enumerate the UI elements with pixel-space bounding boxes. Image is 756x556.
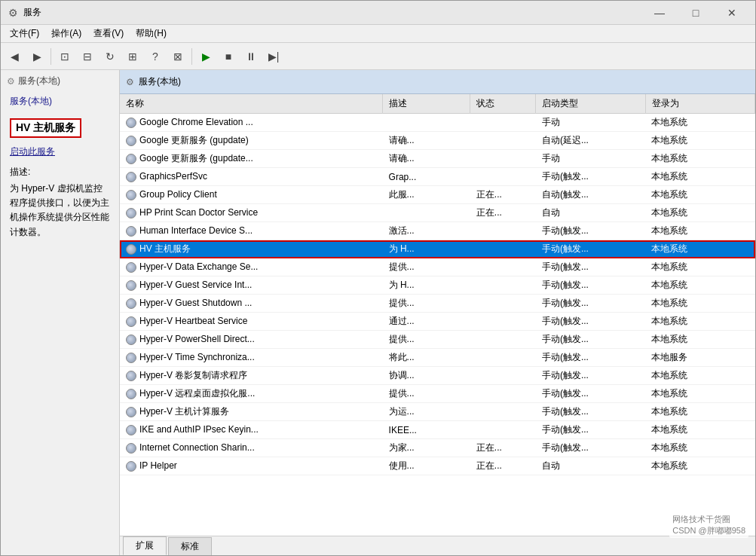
detail-panel: HV 主机服务 启动此服务 描述: 为 Hyper-V 虚拟机监控程序提供接口，… xyxy=(1,111,119,247)
stop-service-button[interactable]: ■ xyxy=(218,46,239,67)
up-button[interactable]: ⊟ xyxy=(77,46,98,67)
table-row[interactable]: HV 主机服务为 H...手动(触发...本地系统 xyxy=(120,240,755,258)
table-row[interactable]: Group Policy Client此服...正在...自动(触发...本地系… xyxy=(120,186,755,204)
table-row[interactable]: HP Print Scan Doctor Service正在...自动本地系统 xyxy=(120,204,755,222)
menu-action[interactable]: 操作(A) xyxy=(45,26,87,41)
new-button[interactable]: ⊞ xyxy=(122,46,143,67)
table-row[interactable]: Hyper-V 远程桌面虚拟化服...提供...手动(触发...本地系统 xyxy=(120,385,755,403)
service-startup-cell: 手动(触发... xyxy=(536,403,645,421)
service-name-cell: Google 更新服务 (gupdate... xyxy=(120,150,383,168)
desc-text: 为 Hyper-V 虚拟机监控程序提供接口，以便为主机操作系统提供分区性能计数器… xyxy=(10,182,110,240)
service-icon xyxy=(126,226,136,237)
table-row[interactable]: Google 更新服务 (gupdate...请确...手动本地系统 xyxy=(120,150,755,168)
service-startup-cell: 手动(触发... xyxy=(536,222,645,240)
service-login-cell: 本地系统 xyxy=(645,114,754,132)
table-header-row: 名称 描述 状态 启动类型 登录为 xyxy=(120,94,755,114)
service-login-cell: 本地系统 xyxy=(645,457,754,475)
col-startup[interactable]: 启动类型 xyxy=(536,94,645,114)
service-status-cell xyxy=(470,385,536,403)
table-row[interactable]: Hyper-V PowerShell Direct...提供...手动(触发..… xyxy=(120,331,755,349)
service-status-cell xyxy=(470,367,536,385)
table-row[interactable]: Hyper-V 卷影复制请求程序协调...手动(触发...本地系统 xyxy=(120,367,755,385)
service-name-cell: IP Helper xyxy=(120,457,383,475)
service-desc-cell: IKEE... xyxy=(383,421,470,439)
service-desc-cell: 提供... xyxy=(383,385,470,403)
service-status-cell: 正在... xyxy=(470,204,536,222)
service-name-cell: Hyper-V Heartbeat Service xyxy=(120,313,383,331)
minimize-button[interactable]: — xyxy=(642,4,677,22)
export-button[interactable]: ⊠ xyxy=(167,46,188,67)
table-row[interactable]: IP Helper使用...正在...自动本地系统 xyxy=(120,457,755,475)
bottom-tabs: 扩展 标准 xyxy=(120,536,755,555)
col-desc[interactable]: 描述 xyxy=(383,94,470,114)
sidebar-nav-local[interactable]: 服务(本地) xyxy=(1,92,119,111)
refresh-button[interactable]: ↻ xyxy=(99,46,121,67)
maximize-button[interactable]: □ xyxy=(678,4,713,22)
table-row[interactable]: Human Interface Device S...激活...手动(触发...… xyxy=(120,222,755,240)
service-status-cell xyxy=(470,240,536,258)
service-startup-cell: 手动(触发... xyxy=(536,349,645,367)
service-login-cell: 本地系统 xyxy=(645,313,754,331)
menu-view[interactable]: 查看(V) xyxy=(87,26,130,41)
service-icon xyxy=(126,461,136,472)
table-row[interactable]: Hyper-V Data Exchange Se...提供...手动(触发...… xyxy=(120,258,755,276)
service-login-cell: 本地系统 xyxy=(645,367,754,385)
table-row[interactable]: Hyper-V Time Synchroniza...将此...手动(触发...… xyxy=(120,349,755,367)
table-row[interactable]: Hyper-V Heartbeat Service通过...手动(触发...本地… xyxy=(120,313,755,331)
service-login-cell: 本地系统 xyxy=(645,222,754,240)
tab-standard[interactable]: 标准 xyxy=(168,537,212,555)
right-panel: ⚙ 服务(本地) 名称 描述 状态 启动类型 登录为 Go xyxy=(120,70,755,555)
col-login[interactable]: 登录为 xyxy=(645,94,754,114)
service-name-cell: Human Interface Device S... xyxy=(120,222,383,240)
service-login-cell: 本地系统 xyxy=(645,168,754,186)
right-header-icon: ⚙ xyxy=(126,77,134,87)
pause-service-button[interactable]: ⏸ xyxy=(240,46,262,67)
start-service-button[interactable]: ▶ xyxy=(195,46,216,67)
table-row[interactable]: Google 更新服务 (gupdate)请确...自动(延迟...本地系统 xyxy=(120,132,755,150)
table-row[interactable]: Hyper-V 主机计算服务为运...手动(触发...本地系统 xyxy=(120,403,755,421)
start-service-link[interactable]: 启动此服务 xyxy=(10,145,110,158)
service-name-cell: Internet Connection Sharin... xyxy=(120,439,383,457)
service-startup-cell: 自动(延迟... xyxy=(536,132,645,150)
close-button[interactable]: ✕ xyxy=(715,4,749,22)
window-controls: — □ ✕ xyxy=(642,4,749,22)
service-desc-cell: 提供... xyxy=(383,258,470,276)
help-button[interactable]: ? xyxy=(145,46,166,67)
show-hide-console-button[interactable]: ⊡ xyxy=(54,46,75,67)
sidebar-header: ⚙ 服务(本地) xyxy=(1,70,119,92)
tab-expand[interactable]: 扩展 xyxy=(123,536,167,555)
service-name-cell: Hyper-V Data Exchange Se... xyxy=(120,258,383,276)
service-desc-cell xyxy=(383,204,470,222)
col-status[interactable]: 状态 xyxy=(470,94,536,114)
service-desc-cell: 激活... xyxy=(383,222,470,240)
service-icon xyxy=(126,407,136,417)
services-table-container[interactable]: 名称 描述 状态 启动类型 登录为 Google Chrome Elevatio… xyxy=(120,94,755,536)
col-name[interactable]: 名称 xyxy=(120,94,383,114)
forward-button[interactable]: ▶ xyxy=(26,46,47,67)
table-row[interactable]: Hyper-V Guest Service Int...为 H...手动(触发.… xyxy=(120,276,755,295)
service-login-cell: 本地系统 xyxy=(645,150,754,168)
service-status-cell xyxy=(470,276,536,295)
back-button[interactable]: ◀ xyxy=(4,46,25,67)
service-startup-cell: 自动 xyxy=(536,457,645,475)
menu-file[interactable]: 文件(F) xyxy=(4,26,45,41)
restart-service-button[interactable]: ▶| xyxy=(263,46,284,67)
service-name-cell: HV 主机服务 xyxy=(120,240,383,258)
service-desc-cell: 此服... xyxy=(383,186,470,204)
menu-help[interactable]: 帮助(H) xyxy=(130,26,173,41)
service-startup-cell: 手动(触发... xyxy=(536,168,645,186)
service-desc-cell: 为 H... xyxy=(383,240,470,258)
services-table: 名称 描述 状态 启动类型 登录为 Google Chrome Elevatio… xyxy=(120,94,755,475)
table-row[interactable]: GraphicsPerfSvcGrap...手动(触发...本地系统 xyxy=(120,168,755,186)
service-desc-cell: 将此... xyxy=(383,349,470,367)
table-row[interactable]: Internet Connection Sharin...为家...正在...手… xyxy=(120,439,755,457)
service-desc-cell: 请确... xyxy=(383,132,470,150)
service-name-cell: Hyper-V 远程桌面虚拟化服... xyxy=(120,385,383,403)
service-name-cell: Hyper-V Guest Service Int... xyxy=(120,276,383,295)
service-login-cell: 本地系统 xyxy=(645,204,754,222)
service-name-cell: HP Print Scan Doctor Service xyxy=(120,204,383,222)
service-icon xyxy=(126,154,136,164)
table-row[interactable]: Google Chrome Elevation ...手动本地系统 xyxy=(120,114,755,132)
table-row[interactable]: Hyper-V Guest Shutdown ...提供...手动(触发...本… xyxy=(120,295,755,313)
table-row[interactable]: IKE and AuthIP IPsec Keyin...IKEE...手动(触… xyxy=(120,421,755,439)
